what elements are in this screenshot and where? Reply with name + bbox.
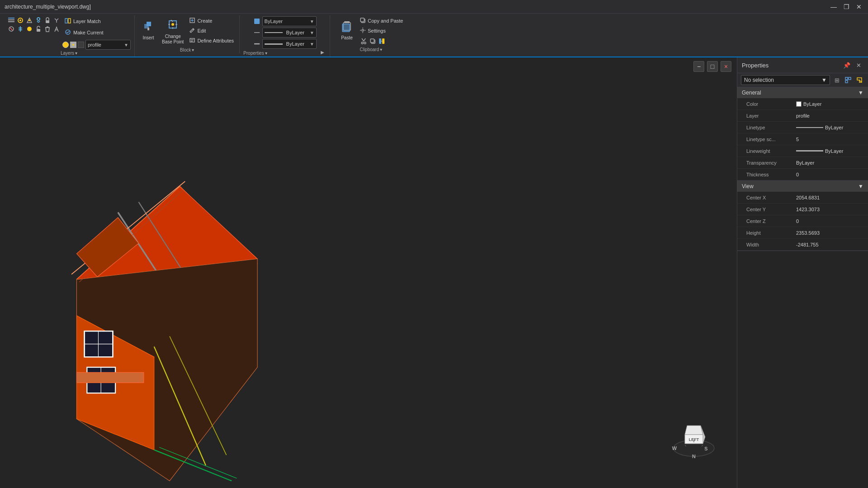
general-section-header[interactable]: General ▼ xyxy=(737,87,868,98)
layer-on-icon[interactable] xyxy=(25,25,33,33)
layer-freeze2-icon[interactable] xyxy=(16,25,24,33)
layer-match-button[interactable]: Layer Match xyxy=(62,16,131,27)
lineweight-dropdown-arrow: ▼ xyxy=(310,42,314,47)
prop-row-linetype-scale: Linetype sc... 5 xyxy=(737,133,868,145)
viewport-minimize-button[interactable]: − xyxy=(693,61,704,72)
color-swatch-prop xyxy=(796,101,802,107)
color-dropdown[interactable]: ByLayer ▼ xyxy=(262,16,317,26)
linetype-dropdown[interactable]: ByLayer ▼ xyxy=(262,28,317,38)
no-selection-dropdown[interactable]: No selection ▼ xyxy=(741,75,830,85)
prop-row-center-y: Center Y 1423.3073 xyxy=(737,204,868,215)
make-current-button[interactable]: Make Current xyxy=(62,28,131,38)
selection-arrow-icon: ▼ xyxy=(821,77,827,83)
copy-icon xyxy=(360,17,366,25)
layer-state-icon[interactable] xyxy=(16,16,24,24)
define-attributes-icon xyxy=(189,37,195,45)
cut-icon[interactable] xyxy=(360,37,368,45)
layer-off-icon[interactable] xyxy=(7,25,15,33)
svg-rect-43 xyxy=(370,39,374,43)
prop-row-linetype: Linetype ByLayer xyxy=(737,122,868,133)
lineweight-dropdown[interactable]: ByLayer ▼ xyxy=(262,39,317,49)
layer-select-dropdown[interactable]: profile ▼ xyxy=(85,40,131,50)
width-prop-value: -2481.755 xyxy=(796,242,863,247)
layer-isolate-icon[interactable] xyxy=(25,16,33,24)
properties-panel: Properties 📌 ✕ No selection ▼ ⊞ xyxy=(737,57,868,488)
layer-sun-icon xyxy=(70,42,76,48)
svg-rect-2 xyxy=(8,21,14,22)
viewport[interactable]: − □ × xyxy=(0,57,737,488)
insert-icon xyxy=(142,19,155,34)
change-label: Change xyxy=(165,34,181,39)
panel-close-button[interactable]: ✕ xyxy=(854,60,863,70)
select-similar-icon[interactable] xyxy=(843,75,853,85)
viewport-close-button[interactable]: × xyxy=(721,61,731,72)
layer-props-icon[interactable] xyxy=(7,16,15,24)
layer-lock-icon[interactable] xyxy=(43,16,52,24)
copy-paste-settings-button[interactable]: Copy and Paste xyxy=(358,16,405,26)
center-z-value: 0 xyxy=(796,218,863,224)
change-base-point-button[interactable]: Change Base Point xyxy=(159,16,186,47)
layer-freeze-icon[interactable] xyxy=(34,16,43,24)
maximize-button[interactable]: ❐ xyxy=(842,2,851,11)
edit-button[interactable]: Edit xyxy=(187,26,236,36)
panel-pin-button[interactable]: 📌 xyxy=(842,60,852,70)
layer-unlock-icon[interactable] xyxy=(34,25,43,33)
svg-point-5 xyxy=(28,19,30,21)
panel-header: Properties 📌 ✕ xyxy=(737,57,868,73)
define-attributes-button[interactable]: Define Attributes xyxy=(187,36,236,46)
general-section: General ▼ Color ByLayer Layer profile Li… xyxy=(737,87,868,181)
clipboard-content: Paste Copy and Paste Settings xyxy=(337,16,405,46)
settings-button[interactable]: Settings xyxy=(358,26,405,36)
color-dropdown-arrow: ▼ xyxy=(310,19,314,24)
lineweight-prop-value: ByLayer xyxy=(796,148,863,154)
color-row: ByLayer ▼ xyxy=(253,16,317,26)
ribbon-group-properties: ByLayer ▼ ByLayer ▼ ByLayer ▼ xyxy=(240,15,330,57)
lineweight-value: ByLayer xyxy=(286,41,308,47)
copy-block-icon[interactable] xyxy=(369,37,377,45)
viewport-maximize-button[interactable]: □ xyxy=(707,61,718,72)
svg-point-6 xyxy=(37,18,40,20)
clipboard-expand-icon: ▾ xyxy=(380,47,382,52)
quick-select-icon[interactable] xyxy=(854,75,864,85)
block-group-label[interactable]: Block ▾ xyxy=(180,47,194,52)
layer-match-icon xyxy=(64,17,71,26)
ribbon-group-block: Insert Change Base Point Create xyxy=(135,15,240,53)
paste-button[interactable]: Paste xyxy=(337,16,357,43)
title-text: architecture_multiple_viewport.dwg] xyxy=(5,4,91,10)
clipboard-right-col: Copy and Paste Settings xyxy=(358,16,405,46)
toggle-value-icon[interactable]: ⊞ xyxy=(832,75,842,85)
svg-rect-45 xyxy=(382,38,384,44)
layer-walk-icon[interactable] xyxy=(52,25,61,33)
transparency-value: ByLayer xyxy=(796,160,863,166)
insert-button[interactable]: Insert xyxy=(138,16,158,43)
general-label: General xyxy=(742,90,761,96)
svg-rect-35 xyxy=(342,24,350,32)
matchprop-icon[interactable] xyxy=(378,37,386,45)
minimize-button[interactable]: — xyxy=(829,2,838,11)
change-base-point-icon xyxy=(166,18,179,33)
svg-point-10 xyxy=(27,27,32,31)
width-prop-label: Width xyxy=(746,242,796,247)
general-collapse-icon: ▼ xyxy=(858,90,863,96)
svg-point-22 xyxy=(171,23,174,26)
properties-expand-btn[interactable]: ▶ xyxy=(319,49,326,56)
svg-rect-82 xyxy=(849,77,851,80)
svg-rect-68 xyxy=(76,372,143,383)
color-prop-value: ByLayer xyxy=(796,101,863,107)
layers-group-label[interactable]: Layers ▾ xyxy=(61,50,77,56)
settings-icon xyxy=(360,27,366,35)
create-button[interactable]: Create xyxy=(187,16,236,26)
clipboard-group-label[interactable]: Clipboard ▾ xyxy=(360,46,382,52)
view-section-header[interactable]: View ▼ xyxy=(737,181,868,192)
properties-group-label[interactable]: Properties ▾ xyxy=(243,50,267,56)
layer-merge-icon[interactable] xyxy=(52,16,61,24)
prop-row-center-x: Center X 2054.6831 xyxy=(737,192,868,204)
svg-point-4 xyxy=(19,19,21,21)
svg-rect-7 xyxy=(46,20,49,23)
close-button[interactable]: ✕ xyxy=(854,2,863,11)
base-point-label: Base Point xyxy=(162,39,184,45)
svg-point-18 xyxy=(72,44,74,46)
center-y-label: Center Y xyxy=(746,207,796,212)
layer-icon-row2 xyxy=(7,25,61,33)
layer-delete-icon[interactable] xyxy=(43,25,52,33)
